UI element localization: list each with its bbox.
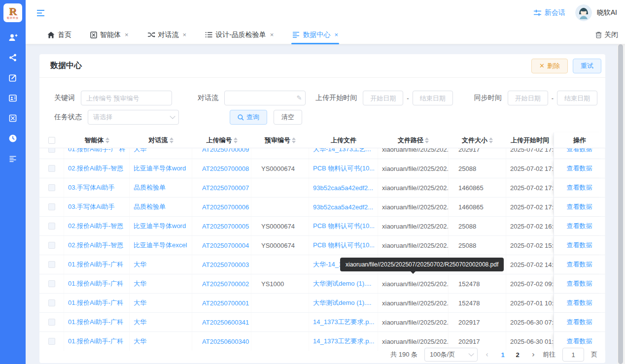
cell-file[interactable]: 93b52caa5a42edf2... (309, 198, 378, 216)
cell-flow[interactable]: 大华 (130, 274, 192, 293)
prev-page-button[interactable]: ‹ (485, 350, 489, 359)
cell-flow[interactable]: 大华 (130, 255, 192, 274)
row-checkbox[interactable] (48, 242, 55, 249)
page-button-1[interactable]: 1 (496, 348, 509, 362)
tab-close-icon[interactable]: × (183, 31, 187, 38)
column-header-3[interactable]: 上传编号 (192, 132, 251, 148)
avatar[interactable] (575, 4, 592, 21)
cell-flow[interactable]: 比亚迪半导体excel (130, 236, 192, 255)
cell-upload-no[interactable]: AT20250700006 (192, 198, 251, 216)
cell-agent[interactable]: 02.报价Ai助手-智恩 (64, 236, 130, 255)
tab-close-icon[interactable]: × (270, 31, 274, 38)
search-button[interactable]: 查询 (230, 110, 267, 125)
row-checkbox[interactable] (48, 148, 55, 153)
collapse-menu-icon[interactable] (36, 9, 45, 17)
cell-file[interactable]: 93b52caa5a42edf2... (309, 178, 378, 197)
cell-upload-no[interactable]: AT20250700005 (192, 217, 251, 235)
view-data-link[interactable]: 查看数据 (567, 148, 592, 154)
sort-caret-icon[interactable] (105, 137, 109, 143)
tab-close-icon[interactable]: × (334, 31, 338, 38)
sort-caret-icon[interactable] (234, 137, 238, 143)
tab-dialog-flow[interactable]: 对话流 × (146, 26, 188, 44)
agent-box-icon[interactable] (8, 113, 18, 123)
page-size-select[interactable]: 100条/页 (424, 348, 478, 362)
cell-upload-no[interactable]: AT20250600341 (192, 313, 251, 331)
cell-flow[interactable]: 大华 (130, 148, 192, 159)
cell-flow[interactable]: 大华 (130, 313, 192, 331)
row-checkbox[interactable] (48, 223, 55, 230)
sort-caret-icon[interactable] (425, 137, 429, 143)
cell-file[interactable]: PCB 物料认可书(10... (309, 159, 378, 178)
new-session-button[interactable]: 新会话 (533, 8, 565, 17)
add-user-icon[interactable] (8, 33, 18, 42)
cell-file[interactable]: PCB 物料认可书(10... (309, 217, 378, 235)
column-header-1[interactable]: 智能体 (64, 132, 130, 148)
cell-file[interactable]: 大华测试demo (1).... (309, 274, 378, 293)
cell-upload-no[interactable]: AT20250700004 (192, 236, 251, 255)
upload-start-date-input[interactable] (363, 91, 403, 105)
data-list-icon[interactable] (8, 154, 18, 164)
cell-file[interactable]: PCB 物料认可书(10... (309, 236, 378, 255)
cell-file[interactable]: 大华测试demo (1).... (309, 294, 378, 312)
cell-flow[interactable]: 品质检验单 (130, 178, 192, 197)
cell-agent[interactable]: 01.报价Ai助手-广科 (64, 255, 130, 274)
flow-edit-icon[interactable]: ✎ (296, 94, 302, 101)
app-logo[interactable]: R 晓软科技 (3, 3, 22, 22)
view-data-link[interactable]: 查看数据 (567, 279, 592, 288)
cell-flow[interactable]: 比亚迪半导体word (130, 159, 192, 178)
view-data-link[interactable]: 查看数据 (567, 260, 592, 269)
view-data-link[interactable]: 查看数据 (567, 164, 592, 173)
status-select[interactable]: 请选择 (88, 110, 179, 125)
cell-agent[interactable]: 01.报价Ai助手-广科 (64, 274, 130, 293)
view-data-link[interactable]: 查看数据 (567, 202, 592, 211)
cell-flow[interactable]: 大华 (130, 294, 192, 312)
clear-button[interactable]: 清空 (274, 110, 302, 125)
row-checkbox[interactable] (48, 261, 55, 268)
next-page-button[interactable]: › (531, 350, 536, 359)
sort-caret-icon[interactable] (170, 137, 174, 143)
cell-upload-no[interactable]: AT20250700007 (192, 178, 251, 197)
cell-agent[interactable]: 01.报价Ai助手-广科 (64, 294, 130, 312)
cell-agent[interactable]: 02.报价Ai助手-智恩 (64, 217, 130, 235)
view-data-link[interactable]: 查看数据 (567, 241, 592, 250)
tab-agents[interactable]: 智能体 × (89, 26, 130, 44)
sync-start-date-input[interactable] (508, 91, 548, 105)
share-icon[interactable] (8, 53, 18, 63)
row-checkbox[interactable] (48, 299, 55, 306)
cell-upload-no[interactable]: AT20250700002 (192, 274, 251, 293)
cell-upload-no[interactable]: AT20250700009 (192, 148, 251, 159)
row-checkbox[interactable] (48, 184, 55, 191)
cell-flow[interactable]: 品质检验单 (130, 198, 192, 216)
jump-page-input[interactable] (562, 348, 584, 362)
row-checkbox[interactable] (48, 338, 55, 345)
contact-card-icon[interactable] (8, 93, 18, 103)
tab-design-inspection[interactable]: 设计-品质检验单 × (204, 26, 275, 44)
cell-agent[interactable]: 03.手写体Ai助手 (64, 198, 130, 216)
column-header-6[interactable]: 文件路径 (378, 132, 449, 148)
column-header-2[interactable]: 对话流 (130, 132, 192, 148)
tab-data-center[interactable]: 数据中心 × (291, 26, 339, 44)
close-all-button[interactable]: 关闭 (595, 31, 618, 39)
cell-upload-no[interactable]: AT20250700003 (192, 255, 251, 274)
view-data-link[interactable]: 查看数据 (567, 318, 592, 327)
dialog-flow-input[interactable] (224, 91, 306, 105)
cell-file[interactable]: 14_1373工艺要求.p... (309, 313, 378, 331)
scrollbar-thumb[interactable] (618, 44, 623, 364)
cell-upload-no[interactable]: AT20250700001 (192, 294, 251, 312)
cell-agent[interactable]: 01.报价AI助手-广 科 (64, 148, 130, 159)
cell-upload-no[interactable]: AT20250700008 (192, 159, 251, 178)
sort-caret-icon[interactable] (292, 137, 296, 143)
tab-close-icon[interactable]: × (125, 31, 129, 38)
clock-icon[interactable] (8, 133, 18, 143)
view-data-link[interactable]: 查看数据 (567, 222, 592, 231)
row-checkbox[interactable] (48, 280, 55, 287)
view-data-link[interactable]: 查看数据 (567, 183, 592, 192)
page-button-2[interactable]: 2 (511, 348, 524, 362)
cell-file[interactable]: 大华-14_1373工艺... (309, 148, 378, 159)
column-header-4[interactable]: 预审编号 (251, 132, 309, 148)
tab-home[interactable]: 首页 (46, 26, 72, 44)
row-checkbox[interactable] (48, 165, 55, 172)
select-all-checkbox[interactable] (48, 137, 55, 144)
view-data-link[interactable]: 查看数据 (567, 298, 592, 307)
row-checkbox[interactable] (48, 203, 55, 210)
